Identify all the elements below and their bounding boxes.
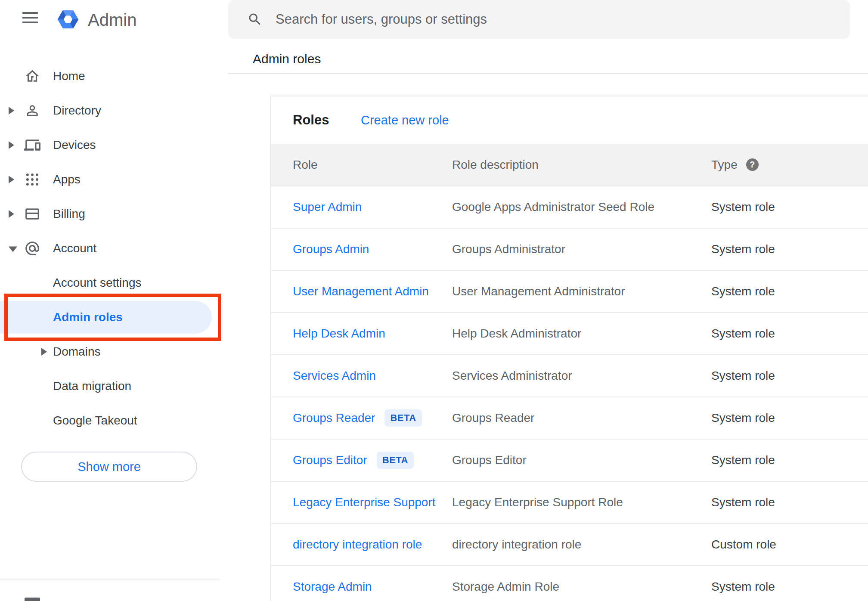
sidebar-item-admin-roles[interactable]: Admin roles bbox=[0, 300, 228, 335]
app-title: Admin bbox=[88, 9, 136, 31]
sidebar-nav: Home Directory Devices Apps Billing Acco… bbox=[0, 59, 228, 438]
roles-table-body: Super Admin Google Apps Administrator Se… bbox=[271, 186, 868, 601]
beta-badge: BETA bbox=[377, 452, 414, 469]
admin-hexagon-logo-icon bbox=[56, 7, 81, 32]
sidebar-item-label: Account bbox=[53, 242, 96, 255]
role-type: System role bbox=[711, 285, 868, 298]
cutoff-menu-icon bbox=[25, 598, 40, 601]
sidebar-item-apps[interactable]: Apps bbox=[0, 162, 228, 197]
chevron-down-icon[interactable] bbox=[9, 246, 17, 252]
sidebar-item-label: Billing bbox=[53, 207, 85, 221]
create-new-role-link[interactable]: Create new role bbox=[361, 113, 449, 127]
role-description: Help Desk Administrator bbox=[452, 327, 711, 341]
role-type: System role bbox=[711, 453, 868, 467]
show-more-button[interactable]: Show more bbox=[21, 452, 197, 482]
home-icon bbox=[24, 68, 40, 84]
sidebar-item-billing[interactable]: Billing bbox=[0, 197, 228, 231]
sidebar-item-google-takeout[interactable]: Google Takeout bbox=[0, 403, 228, 438]
role-type: System role bbox=[711, 242, 868, 256]
chevron-right-icon[interactable] bbox=[9, 141, 14, 149]
search-bar bbox=[228, 0, 850, 39]
column-header-type-label: Type bbox=[711, 158, 738, 172]
role-link[interactable]: Help Desk Admin bbox=[293, 327, 385, 341]
role-link[interactable]: Groups Editor bbox=[293, 453, 367, 467]
role-description: Groups Administrator bbox=[452, 242, 711, 256]
sidebar-item-label: Home bbox=[53, 69, 85, 83]
sidebar-item-account-settings[interactable]: Account settings bbox=[0, 266, 228, 300]
sidebar-item-label: Google Takeout bbox=[53, 414, 137, 428]
table-row: directory integration role directory int… bbox=[271, 524, 868, 566]
sidebar-item-label: Domains bbox=[53, 345, 100, 359]
role-link[interactable]: Legacy Enterprise Support bbox=[293, 496, 436, 509]
role-description: Services Administrator bbox=[452, 369, 711, 383]
column-header-role: Role bbox=[271, 158, 452, 172]
role-type: System role bbox=[711, 580, 868, 594]
sidebar-item-domains[interactable]: Domains bbox=[0, 335, 228, 369]
table-row: Services Admin Services Administrator Sy… bbox=[271, 355, 868, 397]
role-link[interactable]: Groups Reader bbox=[293, 411, 375, 425]
sidebar-item-label: Devices bbox=[53, 138, 96, 152]
table-row: Groups Editor BETA Groups Editor System … bbox=[271, 440, 868, 482]
sidebar-item-devices[interactable]: Devices bbox=[0, 128, 228, 162]
role-description: Groups Reader bbox=[452, 411, 711, 425]
role-link[interactable]: Storage Admin bbox=[293, 580, 372, 594]
roles-table-header: Role Role description Type ? bbox=[271, 144, 868, 186]
sidebar-item-account[interactable]: Account bbox=[0, 231, 228, 266]
role-type: System role bbox=[711, 327, 868, 341]
at-icon bbox=[24, 240, 40, 257]
role-description: User Management Administrator bbox=[452, 285, 711, 298]
app-bar: Admin bbox=[0, 0, 228, 47]
sidebar-item-home[interactable]: Home bbox=[0, 59, 228, 93]
role-description: Groups Editor bbox=[452, 453, 711, 467]
roles-card: Roles Create new role Role Role descript… bbox=[270, 96, 868, 601]
role-link[interactable]: directory integration role bbox=[293, 538, 422, 551]
table-row: Super Admin Google Apps Administrator Se… bbox=[271, 186, 868, 229]
role-type: System role bbox=[711, 411, 868, 425]
table-row: User Management Admin User Management Ad… bbox=[271, 271, 868, 313]
person-icon bbox=[24, 102, 40, 119]
search-input[interactable] bbox=[275, 11, 837, 28]
role-type: Custom role bbox=[711, 538, 868, 551]
role-link[interactable]: User Management Admin bbox=[293, 285, 429, 298]
table-row: Groups Admin Groups Administrator System… bbox=[271, 229, 868, 271]
sidebar-item-label: Apps bbox=[53, 173, 81, 186]
role-type: System role bbox=[711, 496, 868, 509]
sidebar-bottom-divider bbox=[0, 579, 220, 579]
chevron-right-icon[interactable] bbox=[9, 176, 14, 183]
column-header-type: Type ? bbox=[711, 158, 868, 172]
sidebar-item-label: Data migration bbox=[53, 379, 131, 393]
help-icon[interactable]: ? bbox=[746, 158, 759, 171]
role-type: System role bbox=[711, 369, 868, 383]
breadcrumb: Admin roles bbox=[253, 52, 321, 66]
table-row: Storage Admin Storage Admin Role System … bbox=[271, 566, 868, 601]
search-icon bbox=[247, 12, 263, 27]
sidebar-item-label: Admin roles bbox=[53, 310, 123, 324]
header-divider bbox=[228, 73, 868, 74]
chevron-right-icon[interactable] bbox=[9, 210, 14, 218]
roles-panel-header: Roles Create new role bbox=[271, 96, 868, 144]
column-header-description: Role description bbox=[452, 158, 711, 172]
role-link[interactable]: Services Admin bbox=[293, 369, 376, 383]
beta-badge: BETA bbox=[384, 409, 422, 427]
devices-icon bbox=[24, 137, 40, 153]
table-row: Groups Reader BETA Groups Reader System … bbox=[271, 397, 868, 440]
chevron-right-icon[interactable] bbox=[41, 348, 47, 356]
table-row: Help Desk Admin Help Desk Administrator … bbox=[271, 313, 868, 355]
sidebar-item-label: Account settings bbox=[53, 276, 141, 290]
apps-icon bbox=[24, 171, 40, 188]
hamburger-menu-icon[interactable] bbox=[22, 12, 38, 24]
sidebar-item-data-migration[interactable]: Data migration bbox=[0, 369, 228, 403]
sidebar-item-directory[interactable]: Directory bbox=[0, 93, 228, 128]
role-description: Google Apps Administrator Seed Role bbox=[452, 200, 711, 214]
roles-title: Roles bbox=[293, 112, 329, 128]
role-link[interactable]: Super Admin bbox=[293, 200, 362, 214]
role-link[interactable]: Groups Admin bbox=[293, 242, 369, 256]
role-type: System role bbox=[711, 200, 868, 214]
chevron-right-icon[interactable] bbox=[9, 107, 14, 115]
table-row: Legacy Enterprise Support Legacy Enterpr… bbox=[271, 482, 868, 524]
card-icon bbox=[24, 206, 40, 222]
role-description: Storage Admin Role bbox=[452, 580, 711, 594]
sidebar-item-label: Directory bbox=[53, 104, 101, 118]
role-description: Legacy Enterprise Support Role bbox=[452, 496, 711, 509]
role-description: directory integration role bbox=[452, 538, 711, 551]
